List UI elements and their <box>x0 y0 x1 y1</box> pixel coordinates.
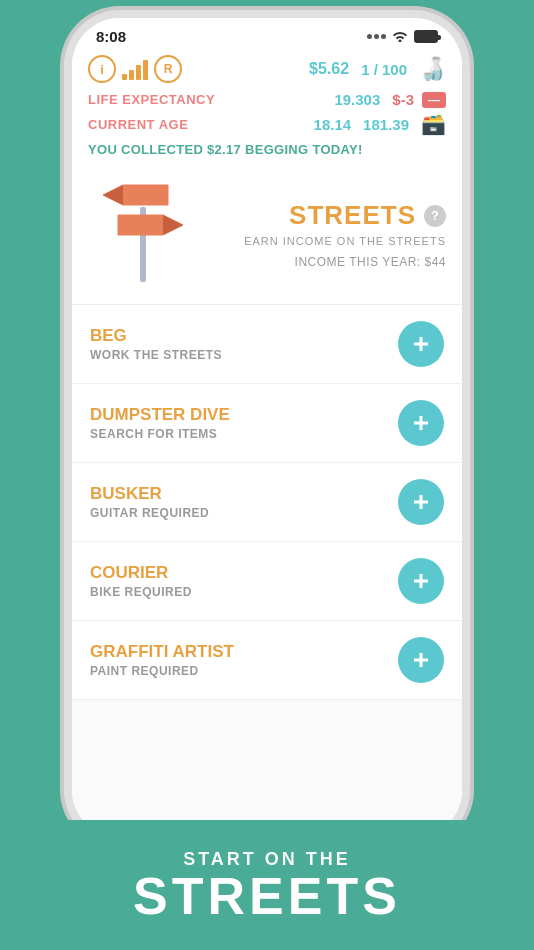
help-icon[interactable]: ? <box>424 205 446 227</box>
activity-dumpster-dive: DUMPSTER DIVE SEARCH FOR ITEMS <box>72 384 462 463</box>
activity-courier: COURIER BIKE REQUIRED <box>72 542 462 621</box>
streets-title-row: STREETS ? <box>289 200 446 231</box>
streets-title-block: STREETS ? EARN INCOME ON THE STREETS INC… <box>198 200 446 269</box>
info-icon[interactable]: i <box>88 55 116 83</box>
banner-main-text: STREETS <box>133 870 401 922</box>
activity-graffiti: GRAFFITI ARTIST PAINT REQUIRED <box>72 621 462 700</box>
activity-name-dumpster: DUMPSTER DIVE <box>90 405 230 425</box>
life-expectancy-row: LIFE EXPECTANCY 19.303 $-3 — <box>72 89 462 110</box>
add-button-courier[interactable] <box>398 558 444 604</box>
activity-name-beg: BEG <box>90 326 222 346</box>
activity-name-graffiti: GRAFFITI ARTIST <box>90 642 234 662</box>
main-content: STREETS ? EARN INCOME ON THE STREETS INC… <box>72 163 462 838</box>
app-header: i R $5.62 1 / 100 🍶 <box>72 49 462 89</box>
banner-top-text: START ON THE <box>183 849 351 870</box>
bottom-banner: START ON THE STREETS <box>0 820 534 950</box>
battery-icon <box>414 30 438 43</box>
water-bottle-icon: 🍶 <box>419 56 446 82</box>
notification-bar: YOU COLLECTED $2.17 BEGGING TODAY! <box>72 138 462 163</box>
bar-chart-icon[interactable] <box>122 58 148 80</box>
activity-desc-courier: BIKE REQUIRED <box>90 585 192 599</box>
status-time: 8:08 <box>96 28 126 45</box>
status-icons <box>367 29 438 45</box>
current-age-row: CURRENT AGE 18.14 181.39 🗃️ <box>72 110 462 138</box>
activity-beg: BEG WORK THE STREETS <box>72 305 462 384</box>
activity-desc-graffiti: PAINT REQUIRED <box>90 664 234 678</box>
activity-busker: BUSKER GUITAR REQUIRED <box>72 463 462 542</box>
streets-income: INCOME THIS YEAR: $44 <box>295 255 446 269</box>
sign-illustration <box>88 177 198 292</box>
add-button-busker[interactable] <box>398 479 444 525</box>
life-expectancy-delta: $-3 <box>392 91 414 108</box>
wifi-icon <box>392 29 408 45</box>
activity-list: BEG WORK THE STREETS DUMPSTER DIVE SEARC… <box>72 305 462 700</box>
add-button-graffiti[interactable] <box>398 637 444 683</box>
svg-marker-2 <box>103 185 123 205</box>
add-button-dumpster[interactable] <box>398 400 444 446</box>
activity-desc-beg: WORK THE STREETS <box>90 348 222 362</box>
lives-value: 1 / 100 <box>361 61 407 78</box>
registered-icon[interactable]: R <box>154 55 182 83</box>
svg-marker-4 <box>163 215 183 235</box>
phone-frame: 8:08 i R $5.62 1 / 100 🍶 LIF <box>72 18 462 838</box>
status-bar: 8:08 <box>72 18 462 49</box>
streets-header: STREETS ? EARN INCOME ON THE STREETS INC… <box>72 163 462 305</box>
streets-title: STREETS <box>289 200 416 231</box>
life-expectancy-label: LIFE EXPECTANCY <box>88 92 334 107</box>
signal-icon <box>367 34 386 39</box>
life-expectancy-value: 19.303 <box>334 91 380 108</box>
add-button-beg[interactable] <box>398 321 444 367</box>
current-age-extra: 181.39 <box>363 116 409 133</box>
money-value: $5.62 <box>309 60 349 78</box>
current-age-label: CURRENT AGE <box>88 117 314 132</box>
activity-desc-busker: GUITAR REQUIRED <box>90 506 209 520</box>
activity-name-courier: COURIER <box>90 563 192 583</box>
minus-badge: — <box>422 92 446 108</box>
chest-icon: 🗃️ <box>421 112 446 136</box>
streets-subtitle: EARN INCOME ON THE STREETS <box>244 235 446 247</box>
header-left-icons: i R <box>88 55 301 83</box>
current-age-value: 18.14 <box>314 116 352 133</box>
activity-desc-dumpster: SEARCH FOR ITEMS <box>90 427 230 441</box>
notification-text: YOU COLLECTED $2.17 BEGGING TODAY! <box>88 142 363 157</box>
activity-name-busker: BUSKER <box>90 484 209 504</box>
